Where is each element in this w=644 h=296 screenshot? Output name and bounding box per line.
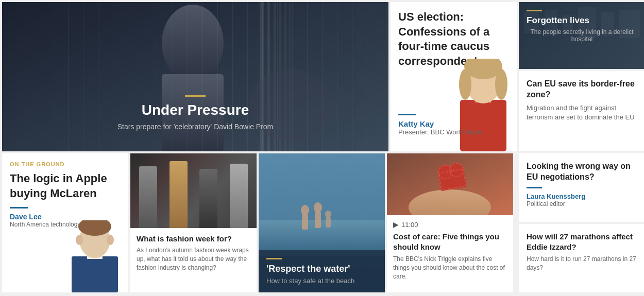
can-eu-card[interactable]: Can EU save its border-free zone? Migrat…	[519, 71, 644, 151]
election-person-name: Katty Kay	[398, 119, 482, 128]
play-icon: ▶	[393, 220, 399, 229]
svg-point-1	[162, 5, 224, 82]
svg-point-27	[76, 235, 83, 245]
svg-point-31	[301, 205, 309, 215]
forgotten-title: Forgotten lives	[527, 15, 637, 26]
cost-title: Cost of care: Five things you should kno…	[393, 232, 507, 252]
forgotten-card[interactable]: Forgotten lives The people secretly livi…	[519, 2, 644, 69]
logic-divider	[10, 207, 28, 208]
water-card[interactable]: 'Respect the water' How to stay safe at …	[259, 153, 385, 292]
svg-rect-32	[302, 214, 308, 230]
svg-point-14	[495, 69, 507, 100]
hero-card[interactable]: Under Pressure Stars prepare for 'celebr…	[2, 2, 388, 151]
hero-accent-line	[185, 95, 206, 97]
marathons-title: How will 27 marathons affect Eddie Izzar…	[527, 232, 637, 252]
svg-point-15	[459, 69, 471, 100]
forgotten-accent-bar	[527, 10, 542, 11]
laura-name: Laura Kuenssberg	[527, 193, 637, 200]
hero-subtitle: Stars prepare for 'celebratory' David Bo…	[2, 123, 388, 131]
looking-card[interactable]: Looking the wrong way on EU negotiations…	[519, 153, 644, 222]
water-content: 'Respect the water' How to stay safe at …	[259, 250, 385, 292]
water-subtitle: How to stay safe at the beach	[266, 277, 377, 285]
laura-role: Political editor	[527, 200, 637, 207]
right-col-bottom: Looking the wrong way on EU negotiations…	[519, 153, 644, 292]
election-card[interactable]: US election: Confessions of a four-time …	[391, 2, 517, 151]
can-eu-body: Migration and the fight against terroris…	[527, 103, 637, 122]
page-grid: Under Pressure Stars prepare for 'celebr…	[0, 0, 644, 294]
runway-figure-3	[199, 169, 217, 228]
looking-title: Looking the wrong way on EU negotiations…	[527, 161, 637, 183]
fashion-image	[130, 153, 257, 228]
fashion-card[interactable]: What is fashion week for? As London's au…	[130, 153, 257, 292]
logic-card[interactable]: ON THE GROUND The logic in Apple buying …	[2, 153, 128, 292]
fashion-text: What is fashion week for? As London's au…	[130, 228, 257, 292]
runway-figure-4	[230, 164, 248, 228]
looking-divider	[527, 187, 542, 188]
election-divider	[398, 114, 416, 115]
election-person-role: Presenter, BBC World News	[398, 128, 482, 136]
svg-rect-36	[326, 217, 331, 228]
fashion-title: What is fashion week for?	[137, 234, 250, 243]
svg-rect-34	[315, 212, 321, 228]
bottom-row: ON THE GROUND The logic in Apple buying …	[2, 153, 517, 292]
cost-content: ▶ 11:00 Cost of care: Five things you sh…	[387, 215, 513, 286]
runway-figure-2	[170, 161, 188, 228]
cost-meta: ▶ 11:00	[393, 220, 507, 229]
hero-content: Under Pressure Stars prepare for 'celebr…	[2, 95, 388, 131]
svg-rect-23	[72, 256, 118, 292]
svg-point-33	[314, 202, 322, 213]
svg-point-35	[325, 211, 331, 218]
cost-card[interactable]: ▶ 11:00 Cost of care: Five things you sh…	[387, 153, 513, 292]
cost-image	[387, 153, 513, 215]
cost-time: 11:00	[401, 221, 418, 229]
marathons-body: How hard is it to run 27 marathons in 27…	[527, 255, 637, 272]
fashion-card-inner: What is fashion week for? As London's au…	[130, 153, 257, 292]
fashion-runway	[130, 153, 257, 228]
marathons-card[interactable]: How will 27 marathons affect Eddie Izzar…	[519, 224, 644, 292]
runway-figure-1	[139, 166, 157, 228]
water-title: 'Respect the water'	[266, 264, 377, 274]
logic-person-name: Dave Lee	[10, 213, 121, 221]
hero-title: Under Pressure	[2, 102, 388, 118]
forgotten-content: Forgotten lives The people secretly livi…	[519, 2, 644, 50]
svg-point-28	[107, 235, 114, 245]
fashion-body: As London's autumn fashion week wraps up…	[137, 246, 250, 272]
forgotten-subtitle: The people secretly living in a derelict…	[527, 28, 637, 43]
water-accent-line	[266, 258, 282, 259]
can-eu-title: Can EU save its border-free zone?	[527, 79, 637, 100]
logic-title: The logic in Apple buying McLaren	[10, 171, 121, 201]
cost-body: The BBC's Nick Triggle explains five thi…	[393, 255, 507, 281]
on-the-ground-label: ON THE GROUND	[10, 161, 121, 167]
